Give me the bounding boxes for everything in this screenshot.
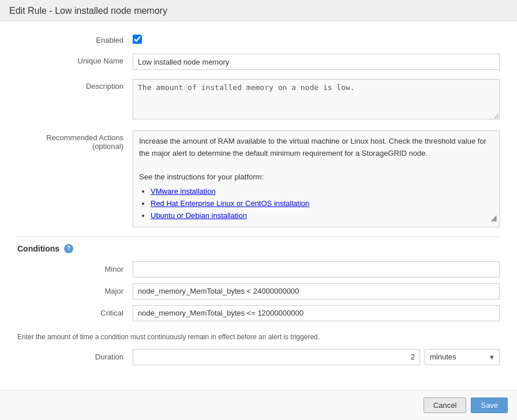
page-header: Edit Rule - Low installed node memory <box>0 0 517 21</box>
conditions-title: Conditions <box>17 244 59 253</box>
conditions-area: Conditions ? Minor Major Critical Enter … <box>17 244 500 365</box>
minor-input[interactable] <box>133 261 500 278</box>
form-body: Enabled Unique Name Description Recommen… <box>0 21 517 390</box>
enabled-checkbox[interactable] <box>133 35 142 44</box>
conditions-title-row: Conditions ? <box>17 244 500 253</box>
unique-name-label: Unique Name <box>17 54 133 65</box>
description-label: Description <box>17 79 133 91</box>
duration-row: Duration minutes hours days ▼ <box>17 349 500 365</box>
recommended-label: Recommended Actions (optional) <box>17 130 133 151</box>
duration-select-wrap: minutes hours days ▼ <box>425 349 500 365</box>
conditions-help-icon[interactable]: ? <box>64 244 73 253</box>
duration-unit-select[interactable]: minutes hours days <box>425 349 500 365</box>
minor-row: Minor <box>17 261 500 278</box>
recommended-text1: Increase the amount of RAM available to … <box>139 136 493 160</box>
page-container: Edit Rule - Low installed node memory En… <box>0 0 517 420</box>
footer-actions: Cancel Save <box>0 390 517 420</box>
enabled-control <box>133 33 500 44</box>
major-input[interactable] <box>133 283 500 299</box>
description-row: Description <box>17 79 500 121</box>
description-control <box>133 79 500 121</box>
description-textarea[interactable] <box>133 79 500 119</box>
enabled-label: Enabled <box>17 33 133 44</box>
minor-label: Minor <box>17 265 133 273</box>
page-title: Edit Rule - Low installed node memory <box>9 6 508 16</box>
cancel-button[interactable]: Cancel <box>424 397 466 413</box>
recommended-text2: See the instructions for your platform: <box>139 171 493 183</box>
enabled-row: Enabled <box>17 33 500 44</box>
link-vmware[interactable]: VMware installation <box>151 187 216 196</box>
recommended-control: Increase the amount of RAM available to … <box>133 130 500 227</box>
duration-input[interactable] <box>133 349 420 365</box>
link-redhat[interactable]: Red Hat Enterprise Linux or CentOS insta… <box>151 199 309 208</box>
recommended-links-list: VMware installation Red Hat Enterprise L… <box>151 186 493 222</box>
critical-input[interactable] <box>133 305 500 321</box>
link-ubuntu[interactable]: Ubuntu or Debian installation <box>151 211 247 220</box>
save-button[interactable]: Save <box>471 397 508 413</box>
major-label: Major <box>17 287 133 295</box>
critical-row: Critical <box>17 305 500 321</box>
unique-name-input[interactable] <box>133 54 500 70</box>
duration-label: Duration <box>17 352 133 361</box>
recommended-row: Recommended Actions (optional) Increase … <box>17 130 500 227</box>
section-divider <box>17 237 500 237</box>
critical-label: Critical <box>17 309 133 317</box>
duration-note: Enter the amount of time a condition mus… <box>17 333 500 341</box>
major-row: Major <box>17 283 500 299</box>
unique-name-control <box>133 54 500 70</box>
unique-name-row: Unique Name <box>17 54 500 70</box>
